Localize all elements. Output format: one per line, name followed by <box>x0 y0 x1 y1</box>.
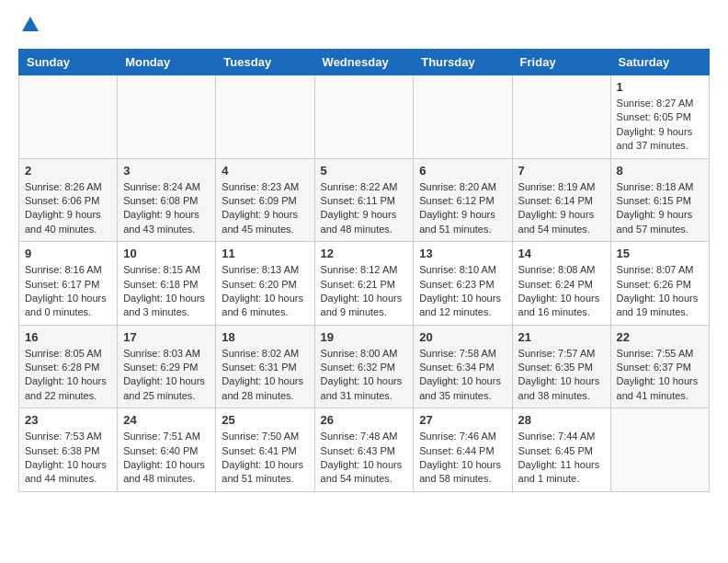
day-number: 23 <box>25 413 111 427</box>
day-info: Sunrise: 8:27 AM Sunset: 6:05 PM Dayligh… <box>617 97 703 154</box>
calendar-cell: 16Sunrise: 8:05 AM Sunset: 6:28 PM Dayli… <box>19 325 118 408</box>
calendar-cell: 28Sunrise: 7:44 AM Sunset: 6:45 PM Dayli… <box>512 408 610 492</box>
calendar-cell: 26Sunrise: 7:48 AM Sunset: 6:43 PM Dayli… <box>314 408 414 492</box>
day-number: 12 <box>321 247 408 260</box>
day-info: Sunrise: 8:24 AM Sunset: 6:08 PM Dayligh… <box>123 180 210 237</box>
logo <box>18 18 40 40</box>
day-number: 2 <box>25 164 111 178</box>
day-number: 17 <box>123 330 210 344</box>
calendar-cell: 27Sunrise: 7:46 AM Sunset: 6:44 PM Dayli… <box>414 408 512 492</box>
day-number: 5 <box>321 164 408 178</box>
day-info: Sunrise: 8:08 AM Sunset: 6:24 PM Dayligh… <box>518 263 605 320</box>
calendar-cell: 14Sunrise: 8:08 AM Sunset: 6:24 PM Dayli… <box>512 242 610 326</box>
day-info: Sunrise: 8:16 AM Sunset: 6:17 PM Dayligh… <box>25 263 111 320</box>
day-number: 25 <box>222 413 308 427</box>
day-number: 21 <box>518 330 605 344</box>
calendar-table: SundayMondayTuesdayWednesdayThursdayFrid… <box>18 49 710 492</box>
logo-icon <box>20 15 40 35</box>
day-number: 14 <box>518 247 605 260</box>
day-info: Sunrise: 8:19 AM Sunset: 6:14 PM Dayligh… <box>518 180 605 237</box>
day-info: Sunrise: 7:51 AM Sunset: 6:40 PM Dayligh… <box>123 430 210 487</box>
day-of-week-header: Monday <box>118 50 216 75</box>
day-info: Sunrise: 7:46 AM Sunset: 6:44 PM Dayligh… <box>419 430 506 487</box>
calendar-cell: 3Sunrise: 8:24 AM Sunset: 6:08 PM Daylig… <box>118 158 216 242</box>
calendar-cell: 7Sunrise: 8:19 AM Sunset: 6:14 PM Daylig… <box>512 158 610 242</box>
page-header <box>18 18 710 40</box>
day-number: 4 <box>222 164 308 178</box>
day-of-week-header: Saturday <box>610 50 709 75</box>
day-info: Sunrise: 7:57 AM Sunset: 6:35 PM Dayligh… <box>518 347 605 404</box>
day-info: Sunrise: 8:15 AM Sunset: 6:18 PM Dayligh… <box>123 263 210 320</box>
calendar-week-row: 16Sunrise: 8:05 AM Sunset: 6:28 PM Dayli… <box>19 325 710 408</box>
day-number: 20 <box>419 330 506 344</box>
day-number: 10 <box>123 247 210 260</box>
calendar-cell: 8Sunrise: 8:18 AM Sunset: 6:15 PM Daylig… <box>610 158 709 242</box>
calendar-cell <box>512 75 610 159</box>
day-of-week-header: Wednesday <box>314 50 414 75</box>
day-number: 22 <box>617 330 703 344</box>
day-info: Sunrise: 8:02 AM Sunset: 6:31 PM Dayligh… <box>222 347 308 404</box>
day-info: Sunrise: 8:18 AM Sunset: 6:15 PM Dayligh… <box>617 180 703 237</box>
calendar-header-row: SundayMondayTuesdayWednesdayThursdayFrid… <box>19 50 710 75</box>
day-number: 8 <box>617 164 703 178</box>
day-number: 1 <box>617 80 703 94</box>
day-number: 16 <box>25 330 111 344</box>
day-number: 6 <box>419 164 506 178</box>
day-info: Sunrise: 8:00 AM Sunset: 6:32 PM Dayligh… <box>321 347 408 404</box>
calendar-cell: 2Sunrise: 8:26 AM Sunset: 6:06 PM Daylig… <box>19 158 118 242</box>
calendar-cell <box>610 408 709 492</box>
calendar-cell <box>414 75 512 159</box>
calendar-cell: 24Sunrise: 7:51 AM Sunset: 6:40 PM Dayli… <box>118 408 216 492</box>
calendar-cell: 23Sunrise: 7:53 AM Sunset: 6:38 PM Dayli… <box>19 408 118 492</box>
day-info: Sunrise: 7:44 AM Sunset: 6:45 PM Dayligh… <box>518 430 605 487</box>
calendar-cell: 17Sunrise: 8:03 AM Sunset: 6:29 PM Dayli… <box>118 325 216 408</box>
day-info: Sunrise: 8:12 AM Sunset: 6:21 PM Dayligh… <box>321 263 408 320</box>
calendar-cell: 21Sunrise: 7:57 AM Sunset: 6:35 PM Dayli… <box>512 325 610 408</box>
day-info: Sunrise: 8:26 AM Sunset: 6:06 PM Dayligh… <box>25 180 111 237</box>
calendar-week-row: 9Sunrise: 8:16 AM Sunset: 6:17 PM Daylig… <box>19 242 710 326</box>
calendar-week-row: 2Sunrise: 8:26 AM Sunset: 6:06 PM Daylig… <box>19 158 710 242</box>
day-number: 19 <box>321 330 408 344</box>
calendar-cell: 13Sunrise: 8:10 AM Sunset: 6:23 PM Dayli… <box>414 242 512 326</box>
day-of-week-header: Thursday <box>414 50 512 75</box>
day-number: 9 <box>25 247 111 260</box>
calendar-cell: 5Sunrise: 8:22 AM Sunset: 6:11 PM Daylig… <box>314 158 414 242</box>
day-info: Sunrise: 7:55 AM Sunset: 6:37 PM Dayligh… <box>617 347 703 404</box>
day-number: 7 <box>518 164 605 178</box>
calendar-week-row: 23Sunrise: 7:53 AM Sunset: 6:38 PM Dayli… <box>19 408 710 492</box>
calendar-cell: 15Sunrise: 8:07 AM Sunset: 6:26 PM Dayli… <box>610 242 709 326</box>
day-info: Sunrise: 7:50 AM Sunset: 6:41 PM Dayligh… <box>222 430 308 487</box>
day-of-week-header: Tuesday <box>216 50 314 75</box>
calendar-week-row: 1Sunrise: 8:27 AM Sunset: 6:05 PM Daylig… <box>19 75 710 159</box>
calendar-cell: 20Sunrise: 7:58 AM Sunset: 6:34 PM Dayli… <box>414 325 512 408</box>
calendar-cell: 10Sunrise: 8:15 AM Sunset: 6:18 PM Dayli… <box>118 242 216 326</box>
svg-marker-0 <box>22 17 39 31</box>
day-info: Sunrise: 7:53 AM Sunset: 6:38 PM Dayligh… <box>25 430 111 487</box>
calendar-cell: 6Sunrise: 8:20 AM Sunset: 6:12 PM Daylig… <box>414 158 512 242</box>
calendar-cell: 11Sunrise: 8:13 AM Sunset: 6:20 PM Dayli… <box>216 242 314 326</box>
day-info: Sunrise: 8:10 AM Sunset: 6:23 PM Dayligh… <box>419 263 506 320</box>
day-of-week-header: Sunday <box>19 50 118 75</box>
calendar-cell: 25Sunrise: 7:50 AM Sunset: 6:41 PM Dayli… <box>216 408 314 492</box>
day-number: 13 <box>419 247 506 260</box>
day-info: Sunrise: 8:23 AM Sunset: 6:09 PM Dayligh… <box>222 180 308 237</box>
calendar-cell <box>118 75 216 159</box>
day-info: Sunrise: 8:20 AM Sunset: 6:12 PM Dayligh… <box>419 180 506 237</box>
day-info: Sunrise: 7:58 AM Sunset: 6:34 PM Dayligh… <box>419 347 506 404</box>
day-number: 24 <box>123 413 210 427</box>
calendar-cell: 1Sunrise: 8:27 AM Sunset: 6:05 PM Daylig… <box>610 75 709 159</box>
day-number: 3 <box>123 164 210 178</box>
day-number: 18 <box>222 330 308 344</box>
day-number: 27 <box>419 413 506 427</box>
day-info: Sunrise: 7:48 AM Sunset: 6:43 PM Dayligh… <box>321 430 408 487</box>
calendar-cell: 9Sunrise: 8:16 AM Sunset: 6:17 PM Daylig… <box>19 242 118 326</box>
calendar-cell: 22Sunrise: 7:55 AM Sunset: 6:37 PM Dayli… <box>610 325 709 408</box>
calendar-cell: 19Sunrise: 8:00 AM Sunset: 6:32 PM Dayli… <box>314 325 414 408</box>
calendar-cell <box>314 75 414 159</box>
day-number: 26 <box>321 413 408 427</box>
day-number: 15 <box>617 247 703 260</box>
calendar-cell: 4Sunrise: 8:23 AM Sunset: 6:09 PM Daylig… <box>216 158 314 242</box>
calendar-cell: 12Sunrise: 8:12 AM Sunset: 6:21 PM Dayli… <box>314 242 414 326</box>
day-info: Sunrise: 8:22 AM Sunset: 6:11 PM Dayligh… <box>321 180 408 237</box>
day-number: 28 <box>518 413 605 427</box>
